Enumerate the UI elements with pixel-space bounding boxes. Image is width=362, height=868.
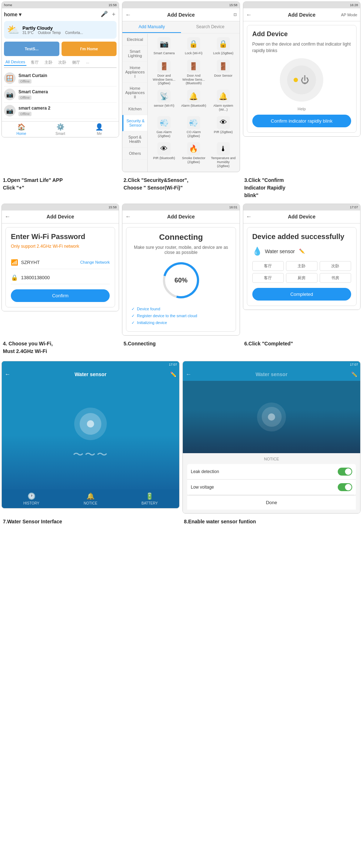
tab-more[interactable]: ... [84, 59, 90, 66]
room-kitchen[interactable]: 厨房 [286, 273, 317, 283]
caption-4: 4. Choose you Wi-Fi,Must 2.4GHz Wi-Fi [0, 337, 121, 358]
help-link[interactable]: Help [252, 107, 351, 111]
tab-living[interactable]: 客厅 [29, 59, 40, 66]
tab-add-manually[interactable]: Add Manually [122, 21, 181, 33]
scene-home-btn[interactable]: I'm Home [62, 42, 117, 56]
room-master[interactable]: 主卧 [286, 261, 317, 271]
room-living1[interactable]: 客厅 [252, 261, 284, 271]
screen7-col: 17:07 ← Water sensor ✏️ 〜〜〜 🕐 HISTORY [0, 359, 181, 515]
device-inner: ⏻ [287, 65, 316, 94]
product-lock-wifi[interactable]: 🔒 Lock (Wi-Fi) [180, 36, 208, 57]
product-smart-camera[interactable]: 📷 Smart Camera [150, 36, 178, 57]
camera2-info: smart camera 2 Offline [18, 106, 117, 116]
s6-time: 17:07 [350, 205, 358, 209]
cat-kitchen[interactable]: Kitchen [122, 103, 147, 115]
product-alarm-sys[interactable]: 🔔 Alarm system (Wi...) [209, 88, 237, 113]
nav-home[interactable]: 🏠 Home [2, 123, 41, 136]
room-grid: 客厅 主卧 次卧 客厅 厨房 书房 [252, 261, 351, 283]
ws2-nav: ← Water sensor ✏️ [183, 368, 360, 381]
ws-nav-notice[interactable]: 🔔 NOTICE [61, 489, 120, 508]
confirm-indicator-btn[interactable]: Confirm indicator rapidly blink [252, 115, 351, 127]
ws-nav-battery[interactable]: 🔋 BATTERY [120, 489, 179, 508]
room-second[interactable]: 次卧 [320, 261, 351, 271]
row-1: home 15:58 home ▾ 🎤 ＋ ⛅ Partly Cloudy [0, 0, 362, 174]
wifi-name-field: 📶 SZRYHT Change Network [11, 256, 110, 269]
ap-mode-btn[interactable]: AP Mode [341, 13, 357, 17]
leak-toggle[interactable] [338, 468, 352, 476]
cat-home-app2[interactable]: Home Appliances II [122, 82, 147, 103]
caption-4-text: 4. Choose you Wi-Fi,Must 2.4GHz Wi-Fi [3, 341, 53, 354]
product-door-bt[interactable]: 🚪 Door And Window Sens... (Bluetooth) [180, 58, 208, 87]
ws-sensor-dot [87, 420, 94, 427]
tab-all-devices[interactable]: All Devices [4, 59, 26, 66]
product-door-zigbee[interactable]: 🚪 Door and Window Sens... (ZigBee) [150, 58, 178, 87]
ws2-bottom: NOTICE Leak detection Low voltage Done [183, 453, 360, 513]
scene-test-btn[interactable]: TestS... [4, 42, 59, 56]
back-btn-4[interactable]: ← [5, 213, 10, 220]
back-btn-2[interactable]: ← [125, 12, 131, 18]
edit-icon[interactable]: ✏️ [299, 248, 305, 254]
ws2-edit-btn[interactable]: ✏️ [351, 371, 357, 377]
back-btn-5[interactable]: ← [125, 213, 131, 220]
mic-icon[interactable]: 🎤 [101, 10, 108, 18]
cat-home-app1[interactable]: Home Appliances I [122, 62, 147, 82]
home-name[interactable]: home ▾ [4, 12, 21, 17]
cat-smart-lighting[interactable]: Smart Lighting [122, 46, 147, 62]
product-gas[interactable]: 💨 Gas Alarm (ZigBee) [150, 115, 178, 140]
cat-security-sensor[interactable]: Security & Sensor [122, 115, 147, 131]
change-network-link[interactable]: Change Network [80, 260, 110, 264]
s3-time: 16:28 [350, 3, 358, 7]
tab-master[interactable]: 主卧 [43, 59, 54, 66]
product-icon-camera: 📷 [157, 37, 171, 50]
caption-row-2: 4. Choose you Wi-Fi,Must 2.4GHz Wi-Fi 5.… [0, 337, 362, 358]
tab-side[interactable]: 侧厅 [71, 59, 81, 66]
cat-products: 📷 Smart Camera 🔒 Lock (Wi-Fi) 🔒 Lock (Zi… [148, 34, 239, 172]
caption-7: 7.Water Sensor Interface [0, 515, 181, 528]
product-temp-hum[interactable]: 🌡 Temperature and Humidity (ZigBee) [209, 141, 237, 169]
wifi-confirm-btn[interactable]: Confirm [11, 289, 110, 302]
cat-others[interactable]: Others [122, 148, 147, 159]
room-study[interactable]: 书房 [320, 273, 351, 283]
back-btn-3[interactable]: ← [246, 12, 252, 18]
curtain-status: Offline [18, 79, 31, 84]
product-sensor-wifi[interactable]: 📡 sensor (Wi-Fi) [150, 88, 178, 113]
done-btn[interactable]: Done [187, 495, 356, 510]
s5-time: 16:01 [229, 205, 237, 209]
screen1-col: home 15:58 home ▾ 🎤 ＋ ⛅ Partly Cloudy [0, 0, 121, 174]
product-icon-smoke: 🔥 [187, 142, 200, 155]
product-alarm-bt[interactable]: 🔔 Alarm (bluetooth) [180, 88, 208, 113]
tab-second[interactable]: 次卧 [57, 59, 68, 66]
step-3: ✓ Initializing device [131, 319, 230, 326]
status-bar-6: 17:07 [243, 204, 360, 210]
nav-me[interactable]: 👤 Me [80, 123, 119, 136]
product-icon-pir-bt: 👁 [157, 142, 171, 155]
ws-bottom-nav: 🕐 HISTORY 🔔 NOTICE 🔋 BATTERY [2, 489, 179, 508]
product-pir-zigbee[interactable]: 👁 PIR (ZigBee) [209, 115, 237, 140]
back-btn-6[interactable]: ← [246, 213, 252, 220]
voltage-toggle[interactable] [338, 483, 352, 491]
mic-add-icons: 🎤 ＋ [101, 10, 117, 18]
nav-smart[interactable]: ⚙️ Smart [41, 123, 80, 136]
product-lock-zigbee[interactable]: 🔒 Lock (ZigBee) [209, 36, 237, 57]
wifi-password-text[interactable]: 13800138000 [21, 275, 50, 280]
ws-nav-history[interactable]: 🕐 HISTORY [2, 489, 61, 508]
nav-title-2: Add Device [167, 12, 195, 18]
cat-sport[interactable]: Sport & Health [122, 131, 147, 148]
room-living2[interactable]: 客厅 [252, 273, 284, 283]
product-smoke[interactable]: 🔥 Smoke Detector (ZigBee) [180, 141, 208, 169]
caption-1-text: 1.Open "Smart Life" APPClick "+" [3, 177, 63, 191]
tab-search-device[interactable]: Search Device [181, 21, 240, 33]
add-icon[interactable]: ＋ [111, 10, 117, 18]
ws2-back-btn[interactable]: ← [186, 371, 191, 378]
completed-btn[interactable]: Completed [252, 288, 351, 301]
product-pir-bt[interactable]: 👁 PIR (bluetooth) [150, 141, 178, 169]
product-icon-pir-zigbee: 👁 [217, 116, 230, 129]
led-dot [294, 78, 298, 82]
cat-electrical[interactable]: Electrical [122, 34, 147, 46]
product-door-sensor[interactable]: 🚪 Door Sensor [209, 58, 237, 87]
nav-bar-3: ← Add Device AP Mode [243, 8, 360, 21]
ws-edit-btn[interactable]: ✏️ [170, 371, 176, 377]
ws-back-btn[interactable]: ← [5, 371, 10, 378]
product-co[interactable]: 💨 CO Alarm (ZigBee) [180, 115, 208, 140]
category-list: Electrical Smart Lighting Home Appliance… [122, 34, 239, 172]
